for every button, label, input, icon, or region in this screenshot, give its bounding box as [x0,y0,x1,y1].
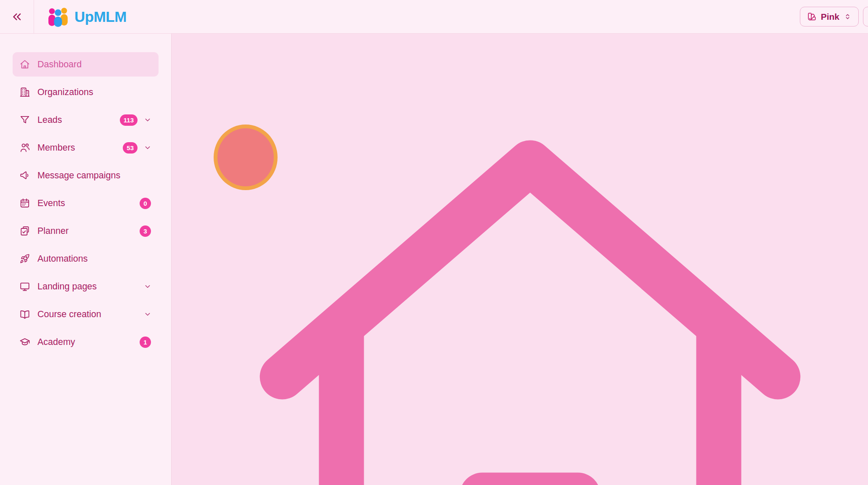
topbar-actions: Pink [800,7,868,27]
planner-check-icon [19,225,30,236]
academy-count-badge: 1 [140,337,151,348]
sidebar-item-label: Events [37,198,65,209]
sidebar-item-label: Automations [37,254,88,264]
sidebar-item-course-creation[interactable]: Course creation [13,302,159,326]
chevron-down-icon[interactable] [143,143,152,152]
sidebar-item-dashboard[interactable]: Dashboard [13,52,159,77]
sidebar-collapse-column [0,0,34,33]
sidebar-item-organizations[interactable]: Organizations [13,80,159,104]
monitor-icon [19,281,30,292]
logo-people-icon [46,5,70,28]
home-icon [19,59,30,70]
sidebar-item-label: Members [37,143,75,153]
sidebar-item-automations[interactable]: Automations [13,246,159,271]
topbar: UpMLM Pink [0,0,868,34]
sidebar-item-landing-pages[interactable]: Landing pages [13,274,159,299]
sidebar-item-leads[interactable]: Leads 113 [13,108,159,132]
sidebar-item-label: Message campaigns [37,170,120,181]
sidebar-item-label: Course creation [37,309,101,320]
people-icon [19,142,30,153]
chevrons-up-down-icon [844,13,852,21]
color-swatches-icon [807,12,817,21]
sidebar-item-events[interactable]: Events 0 [13,191,159,215]
sidebar-item-planner[interactable]: Planner 3 [13,219,159,243]
megaphone-icon [19,170,30,181]
sidebar-item-message-campaigns[interactable]: Message campaigns [13,163,159,188]
logo-text: UpMLM [74,8,127,25]
main-content: Dashboard Network Import members Automat… [172,34,868,485]
breadcrumb-home-icon[interactable] [192,61,868,485]
building-icon [19,87,30,98]
leads-count-badge: 113 [120,114,138,126]
chevron-down-icon[interactable] [143,310,152,318]
open-book-icon [19,309,30,320]
funnel-icon [19,114,30,125]
sidebar-item-label: Planner [37,226,69,236]
theme-name: Pink [821,12,839,22]
events-count-badge: 0 [140,198,151,209]
sidebar-item-label: Landing pages [37,281,97,292]
sidebar-item-label: Leads [37,115,62,125]
chevron-down-icon[interactable] [143,116,152,124]
chevron-down-icon[interactable] [143,282,152,291]
calendar-icon [19,198,30,209]
rocket-icon [19,253,30,264]
members-count-badge: 53 [123,142,138,154]
app-logo[interactable]: UpMLM [46,5,127,28]
graduation-cap-icon [19,337,30,347]
theme-selector-button[interactable]: Pink [800,7,859,27]
planner-count-badge: 3 [140,225,151,237]
sidebar-item-label: Organizations [37,87,93,98]
sidebar-item-label: Dashboard [37,59,82,70]
sidebar-item-members[interactable]: Members 53 [13,135,159,160]
collapse-sidebar-icon[interactable] [11,11,23,23]
sidebar-item-label: Academy [37,337,75,347]
sidebar-item-academy[interactable]: Academy 1 [13,330,159,354]
sidebar: Dashboard Organizations Leads 113 Member… [0,34,172,485]
topbar-partial-button[interactable] [863,7,868,27]
